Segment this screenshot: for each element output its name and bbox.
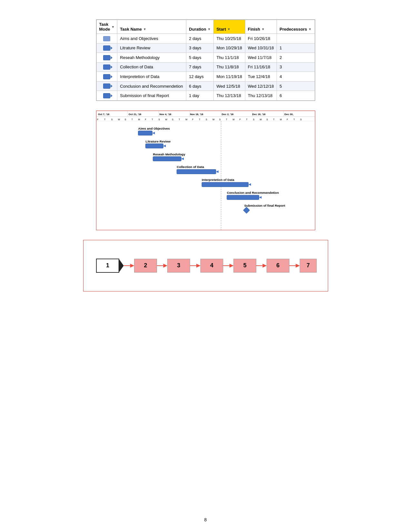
svg-text:W: W — [118, 118, 120, 121]
task-name-cell: Litrature Review — [117, 43, 186, 53]
svg-text:Dec 2, '18: Dec 2, '18 — [221, 113, 233, 116]
svg-text:3: 3 — [177, 262, 180, 269]
svg-text:T: T — [293, 118, 295, 121]
finish-cell: Wed 11/7/18 — [245, 53, 277, 63]
finish-dropdown-arrow[interactable]: ▼ — [261, 27, 265, 31]
svg-text:S: S — [158, 118, 160, 121]
task-name-cell: Collection of Data — [117, 62, 186, 72]
svg-text:S: S — [111, 118, 113, 121]
col-header-duration[interactable]: Duration ▼ — [186, 20, 214, 34]
task-name-cell: Submission of final Report — [117, 91, 186, 101]
predecessors-cell: 3 — [277, 62, 315, 72]
gantt-chart-section: Oct 7, '18 Oct 21, '18 Nov 4, '18 Nov 18… — [96, 111, 315, 230]
svg-text:S: S — [172, 118, 173, 121]
svg-text:Dec 30,: Dec 30, — [284, 113, 293, 116]
svg-rect-46 — [96, 121, 315, 230]
finish-cell: Wed 12/12/18 — [245, 81, 277, 91]
svg-text:S: S — [206, 118, 207, 121]
svg-text:W: W — [259, 118, 262, 121]
svg-text:S: S — [300, 118, 302, 121]
start-cell: Thu 11/8/18 — [214, 62, 245, 72]
start-cell: Thu 12/13/18 — [214, 91, 245, 101]
duration-dropdown-arrow[interactable]: ▼ — [208, 27, 211, 31]
svg-text:Oct 7, '18: Oct 7, '18 — [98, 113, 109, 116]
svg-text:Oct 21, '18: Oct 21, '18 — [128, 113, 141, 116]
finish-cell: Tue 12/4/18 — [245, 72, 277, 82]
duration-cell: 1 day — [186, 91, 214, 101]
table-row: Submission of final Report1 dayThu 12/13… — [96, 91, 315, 101]
svg-text:F: F — [287, 118, 288, 121]
svg-text:5: 5 — [243, 262, 246, 269]
svg-text:T: T — [131, 118, 133, 121]
task-mode-dropdown-arrow[interactable]: ▼ — [111, 25, 114, 29]
duration-cell: 3 days — [186, 43, 214, 53]
svg-rect-52 — [145, 144, 163, 148]
task-mode-cell — [96, 81, 117, 91]
svg-text:T: T — [152, 118, 153, 121]
page-number: 8 — [204, 517, 207, 522]
svg-text:S: S — [219, 118, 220, 121]
start-cell: Wed 12/5/18 — [214, 81, 245, 91]
task-mode-icon — [103, 45, 110, 51]
duration-cell: 2 days — [186, 34, 214, 44]
task-mode-cell — [96, 62, 117, 72]
svg-text:Submission of final Report: Submission of final Report — [244, 204, 285, 207]
col-header-task-name[interactable]: Task Name ▼ — [117, 20, 186, 34]
svg-text:Reseah Methodology: Reseah Methodology — [153, 153, 185, 156]
table-row: Conclusion and Recommendetion6 daysWed 1… — [96, 81, 315, 91]
task-name-dropdown-arrow[interactable]: ▼ — [143, 27, 146, 31]
svg-text:T: T — [273, 118, 275, 121]
svg-rect-49 — [138, 131, 152, 135]
svg-text:T: T — [246, 118, 248, 121]
predecessors-cell: 6 — [277, 91, 315, 101]
task-mode-icon — [103, 64, 110, 70]
finish-cell: Fri 10/26/18 — [245, 34, 277, 44]
svg-text:Nov 4, '18: Nov 4, '18 — [159, 113, 171, 116]
table-row: Aims and Objectives2 daysThu 10/25/18Fri… — [96, 34, 315, 44]
svg-text:T: T — [179, 118, 180, 121]
svg-text:M: M — [232, 118, 234, 121]
svg-text:7: 7 — [307, 262, 310, 269]
svg-text:Aims and Objectives: Aims and Objectives — [138, 127, 170, 130]
task-mode-icon — [103, 55, 110, 60]
svg-text:Nov 18, '18: Nov 18, '18 — [190, 113, 203, 116]
svg-rect-55 — [153, 157, 181, 161]
col-header-finish[interactable]: Finish ▼ — [245, 20, 277, 34]
predecessors-dropdown-arrow[interactable]: ▼ — [308, 27, 312, 31]
network-diagram-section: 1 2 3 4 5 — [83, 240, 328, 291]
task-name-cell: Aims and Objectives — [117, 34, 186, 44]
task-name-cell: Reseah Methodology — [117, 53, 186, 63]
svg-text:4: 4 — [210, 262, 213, 269]
gantt-chart-svg-container: Oct 7, '18 Oct 21, '18 Nov 4, '18 Nov 18… — [96, 111, 315, 230]
task-mode-icon — [103, 84, 110, 89]
col-header-task-mode[interactable]: Task Mode ▼ — [96, 20, 117, 34]
finish-cell: Wed 10/31/18 — [245, 43, 277, 53]
svg-text:T: T — [199, 118, 201, 121]
svg-text:S: S — [266, 118, 268, 121]
svg-text:T: T — [104, 118, 105, 121]
svg-text:Collection of Data: Collection of Data — [177, 165, 204, 169]
task-name-cell: Conclusion and Recommendetion — [117, 81, 186, 91]
task-mode-cell — [96, 91, 117, 101]
table-row: Interpretetion of Data12 daysMon 11/19/1… — [96, 72, 315, 82]
svg-text:1: 1 — [106, 262, 109, 269]
svg-text:M: M — [280, 118, 282, 121]
start-dropdown-arrow[interactable]: ▼ — [227, 27, 230, 31]
task-mode-cell — [96, 34, 117, 44]
col-header-predecessors[interactable]: Predecessors ▼ — [277, 20, 315, 34]
svg-text:W: W — [165, 118, 167, 121]
predecessors-cell: 4 — [277, 72, 315, 82]
svg-text:Conclusion and Recommendetion: Conclusion and Recommendetion — [227, 191, 279, 194]
duration-cell: 7 days — [186, 62, 214, 72]
table-row: Collection of Data7 daysThu 11/8/18Fri 1… — [96, 62, 315, 72]
start-cell: Thu 10/25/18 — [214, 34, 245, 44]
task-mode-icon — [103, 93, 110, 98]
svg-rect-61 — [202, 182, 249, 187]
start-cell: Mon 11/19/18 — [214, 72, 245, 82]
finish-cell: Fri 11/16/18 — [245, 62, 277, 72]
gantt-table: Task Mode ▼ Task Name ▼ Duration ▼ — [96, 20, 315, 101]
svg-text:Dec 16, '18: Dec 16, '18 — [252, 113, 265, 116]
col-header-start[interactable]: Start ▼ — [214, 20, 245, 34]
svg-text:Interpretetion of Data: Interpretetion of Data — [202, 178, 234, 182]
svg-text:T: T — [226, 118, 227, 121]
